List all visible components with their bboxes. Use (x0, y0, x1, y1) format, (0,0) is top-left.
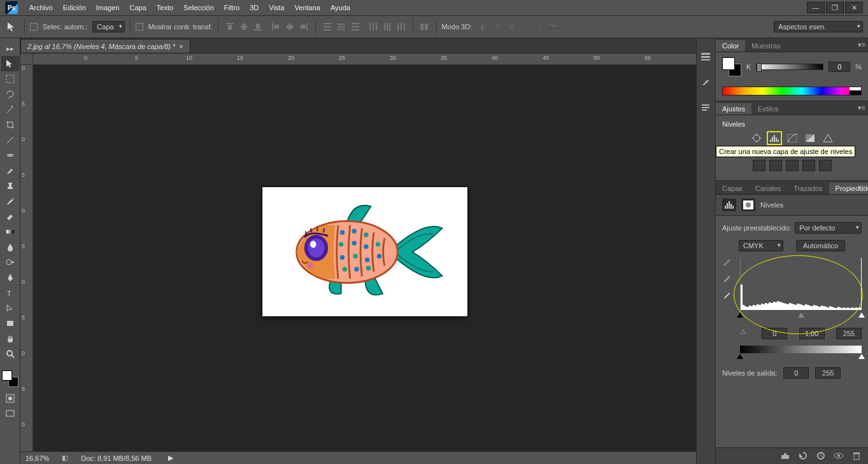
menu-capa[interactable]: Capa (124, 4, 151, 11)
layer-group-dropdown[interactable]: Capa (92, 21, 124, 32)
align-bottom-icon[interactable] (252, 20, 264, 33)
tab-ajustes[interactable]: Ajustes (716, 103, 751, 115)
menu-texto[interactable]: Texto (152, 4, 178, 11)
eyedropper-tool[interactable] (1, 132, 19, 148)
output-white-slider[interactable] (858, 354, 865, 359)
menu-edicion[interactable]: Edición (58, 4, 91, 11)
properties-panel-menu-icon[interactable]: ▾≡ (858, 183, 865, 192)
menu-ventana[interactable]: Ventana (290, 4, 325, 11)
eraser-tool[interactable] (1, 209, 19, 224)
crop-tool[interactable] (1, 117, 19, 132)
preset-dropdown[interactable]: Por defecto (795, 222, 862, 234)
align-top-icon[interactable] (224, 20, 236, 33)
reset-icon[interactable] (816, 451, 827, 461)
output-white-value[interactable]: 255 (815, 367, 841, 379)
menu-3d[interactable]: 3D (245, 4, 264, 11)
exposure-icon[interactable] (803, 132, 817, 144)
shape-tool[interactable] (1, 316, 19, 331)
zoom-value[interactable]: 16,67% (25, 454, 49, 462)
channel-dropdown[interactable]: CMYK (739, 240, 783, 251)
preset-sq-1[interactable] (753, 160, 765, 171)
gamma-slider[interactable] (798, 313, 804, 318)
curves-icon[interactable] (785, 132, 799, 144)
paragraph-dock-icon[interactable] (700, 102, 713, 115)
ruler-vertical[interactable]: 05050505050 (20, 65, 33, 451)
input-gamma-value[interactable]: 1,00 (799, 328, 825, 339)
lasso-tool[interactable] (1, 87, 19, 102)
tab-swatches[interactable]: Muestras (745, 40, 786, 52)
white-point-eyedropper[interactable] (722, 291, 732, 301)
maximize-button[interactable]: ❐ (826, 2, 844, 13)
align-left-icon[interactable] (269, 20, 282, 33)
vibrance-icon[interactable] (821, 132, 835, 144)
black-point-eyedropper[interactable] (722, 258, 732, 268)
tab-trazados[interactable]: Trazados (787, 183, 829, 194)
dist-top-icon[interactable] (321, 20, 334, 33)
dist-bottom-icon[interactable] (349, 20, 362, 33)
heal-tool[interactable] (1, 148, 19, 163)
input-black-value[interactable]: 0 (762, 328, 787, 339)
screenmode-tool[interactable] (1, 406, 19, 421)
align-right-icon[interactable] (297, 20, 310, 33)
menu-filtro[interactable]: Filtro (219, 4, 245, 11)
preset-sq-4[interactable] (802, 160, 815, 171)
stamp-tool[interactable] (1, 178, 19, 193)
brightness-contrast-icon[interactable] (750, 132, 764, 144)
quickmask-tool[interactable] (1, 391, 19, 406)
marquee-tool[interactable] (1, 71, 19, 87)
clip-to-layer-icon[interactable] (780, 451, 792, 461)
previous-state-icon[interactable] (798, 451, 809, 461)
history-dock-icon[interactable] (700, 51, 713, 64)
move-tool[interactable] (1, 56, 19, 71)
gray-point-eyedropper[interactable] (722, 274, 732, 285)
dodge-tool[interactable] (1, 255, 19, 270)
k-slider[interactable] (756, 64, 823, 70)
close-tab-icon[interactable]: × (179, 43, 183, 50)
trash-icon[interactable] (851, 451, 863, 461)
minimize-button[interactable]: — (807, 2, 825, 13)
levels-icon[interactable] (767, 132, 781, 144)
dist-vcenter-icon[interactable] (335, 20, 348, 33)
type-tool[interactable]: T (1, 285, 19, 300)
panel-color-swatch[interactable] (722, 57, 741, 76)
menu-ayuda[interactable]: Ayuda (325, 4, 355, 11)
expand-toolbox-icon[interactable]: ▸▸ (1, 41, 19, 56)
canvas-zone[interactable] (33, 65, 696, 451)
tab-canales[interactable]: Canales (749, 183, 787, 194)
auto-align-icon[interactable] (418, 20, 431, 33)
dist-right-icon[interactable] (395, 20, 408, 33)
close-button[interactable]: ✕ (845, 2, 863, 13)
color-panel-menu-icon[interactable]: ▾≡ (858, 41, 865, 49)
align-vcenter-icon[interactable] (238, 20, 250, 33)
gradient-tool[interactable] (1, 224, 19, 239)
output-black-slider[interactable] (737, 354, 743, 359)
mask-icon[interactable] (741, 199, 755, 211)
zoom-tool[interactable] (1, 346, 19, 362)
dist-left-icon[interactable] (367, 20, 380, 33)
menu-archivo[interactable]: Archivo (24, 4, 58, 11)
3d-zoom-icon[interactable]: ⌕ (533, 20, 546, 33)
preset-sq-5[interactable] (819, 160, 832, 171)
wand-tool[interactable] (1, 102, 19, 117)
input-white-value[interactable]: 255 (836, 328, 862, 339)
3d-pan-icon[interactable]: ✥ (505, 20, 518, 33)
auto-button[interactable]: Automático (796, 240, 845, 251)
status-arrow-icon[interactable]: ▶ (168, 454, 173, 462)
pen-tool[interactable] (1, 270, 19, 285)
preset-sq-3[interactable] (786, 160, 799, 171)
history-brush-tool[interactable] (1, 193, 19, 209)
ruler-horizontal[interactable]: 0510152025303540455055 (33, 53, 696, 65)
foreground-color-swatch[interactable] (2, 370, 12, 381)
k-value[interactable]: 0 (829, 62, 850, 72)
document-tab[interactable]: 2.jpg al 16,7% (Niveles 4, Máscara de ca… (20, 39, 190, 53)
menu-seleccion[interactable]: Selección (178, 4, 219, 11)
ajustes-panel-menu-icon[interactable]: ▾≡ (858, 104, 865, 112)
histogram[interactable] (740, 258, 862, 310)
3d-orbit-icon[interactable]: ◐ (477, 20, 490, 33)
tab-capas[interactable]: Capas (716, 183, 749, 194)
preset-sq-2[interactable] (769, 160, 782, 171)
blur-tool[interactable] (1, 239, 19, 255)
3d-slide-icon[interactable]: ↔ (519, 20, 532, 33)
dist-hcenter-icon[interactable] (381, 20, 394, 33)
3d-rotate-icon[interactable]: ⟲ (491, 20, 504, 33)
